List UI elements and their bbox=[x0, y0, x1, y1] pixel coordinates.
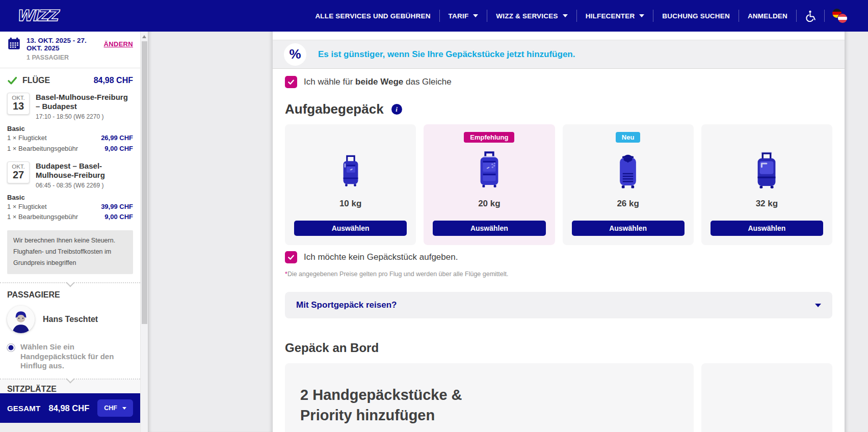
wizz-logo-icon: WIZZ bbox=[15, 5, 62, 26]
cabin-baggage-side-card bbox=[701, 363, 832, 432]
fare-row: 1 × Flugticket 26,99 CHF bbox=[7, 133, 133, 144]
nav-label: TARIF bbox=[449, 12, 469, 20]
percent-icon: % bbox=[284, 43, 306, 66]
fare-item-price: 39,99 CHF bbox=[101, 202, 133, 212]
fare-breakdown: Basic 1 × Flugticket 26,99 CHF 1 × Bearb… bbox=[0, 121, 140, 159]
scrollbar-thumb[interactable] bbox=[142, 41, 147, 324]
select-10kg-button[interactable]: Auswählen bbox=[294, 221, 407, 236]
baggage-card-10kg: 10 kg Auswählen bbox=[285, 124, 416, 245]
chevron-down-icon bbox=[122, 407, 126, 410]
svg-text:WIZZ: WIZZ bbox=[16, 7, 60, 24]
flight-time: 06:45 - 08:35 (W6 2269 ) bbox=[36, 182, 133, 189]
nav-label: WIZZ & SERVICES bbox=[496, 12, 558, 20]
wizz-logo[interactable]: WIZZ bbox=[15, 5, 62, 26]
label-text: das Gleiche bbox=[403, 77, 452, 87]
baggage-selection-main: % Es ist günstiger, wenn Sie Ihre Gepäck… bbox=[273, 32, 845, 432]
chevron-down-icon bbox=[473, 14, 478, 17]
sidebar-bottom-gap bbox=[0, 423, 140, 432]
flights-section-title: FLÜGE bbox=[22, 76, 50, 85]
info-icon[interactable]: i bbox=[391, 104, 402, 115]
handbaggage-hint-text: Wählen Sie ein Handgepäckstück für den H… bbox=[20, 342, 133, 371]
same-for-both-checkbox-row[interactable]: Ich wähle für beide Wege das Gleiche bbox=[285, 76, 832, 88]
nav-alle-services[interactable]: ALLE SERVICES UND GEBÜHREN bbox=[306, 12, 439, 20]
section-divider bbox=[0, 282, 140, 283]
suitcase-32kg-icon bbox=[752, 145, 781, 192]
currency-code: CHF bbox=[104, 404, 117, 412]
flights-total-price: 84,98 CHF bbox=[94, 76, 133, 85]
language-selector[interactable] bbox=[825, 9, 855, 23]
top-navbar: WIZZ ALLE SERVICES UND GEBÜHREN TARIF WI… bbox=[0, 0, 868, 32]
nav-label: ANMELDEN bbox=[748, 12, 787, 20]
label-text-bold: beide Wege bbox=[355, 77, 403, 87]
flight-route: Budapest – Basel-Mulhouse-Freiburg bbox=[36, 161, 133, 180]
radio-selected-icon[interactable] bbox=[7, 344, 15, 352]
flight-route: Basel-Mulhouse-Freiburg – Budapest bbox=[36, 93, 133, 111]
fare-item-label: 1 × Flugticket bbox=[7, 133, 47, 144]
baggage-card-32kg: 32 kg Auswählen bbox=[701, 124, 832, 245]
accessibility-button[interactable] bbox=[797, 10, 824, 22]
flight-time: 17:10 - 18:50 (W6 2270 ) bbox=[36, 113, 133, 120]
nav-anmelden[interactable]: ANMELDEN bbox=[739, 12, 796, 20]
nav-wizz-services[interactable]: WIZZ & SERVICES bbox=[487, 12, 576, 20]
date-day: 27 bbox=[8, 170, 29, 180]
scroll-up-arrow-icon[interactable] bbox=[142, 35, 146, 38]
right-gutter bbox=[845, 32, 868, 432]
currency-selector[interactable]: CHF bbox=[97, 399, 133, 417]
fare-item-label: 1 × Bearbeitungsgebühr bbox=[7, 212, 78, 223]
fare-breakdown: Basic 1 × Flugticket 39,99 CHF 1 × Bearb… bbox=[0, 190, 140, 228]
select-20kg-button[interactable]: Auswählen bbox=[433, 221, 545, 236]
fare-item-price: 9,00 CHF bbox=[104, 212, 133, 223]
date-box: OKT. 13 bbox=[7, 93, 30, 115]
passenger-row: Hans Teschtet bbox=[0, 304, 140, 337]
new-badge: Neu bbox=[616, 132, 641, 143]
chevron-down-icon bbox=[639, 14, 644, 17]
fare-row: 1 × Bearbeitungsgebühr 9,00 CHF bbox=[7, 144, 133, 154]
select-26kg-button[interactable]: Auswählen bbox=[572, 221, 685, 236]
sidebar-content: 13. OKT. 2025 - 27. OKT. 2025 1 PASSAGIE… bbox=[0, 32, 140, 393]
fare-bundle-name: Basic bbox=[7, 194, 133, 201]
baggage-card-26kg: Neu bbox=[563, 124, 694, 245]
page-title: Aufgabegepäck bbox=[285, 101, 384, 117]
checkbox-checked-icon[interactable] bbox=[285, 251, 297, 263]
baggage-cards: 10 kg Auswählen Empfehlung bbox=[285, 124, 832, 245]
select-32kg-button[interactable]: Auswählen bbox=[711, 221, 823, 236]
fare-item-price: 9,00 CHF bbox=[104, 144, 133, 154]
footnote-text: Die angegebenen Preise gelten pro Flug u… bbox=[287, 271, 509, 278]
passenger-count: 1 PASSAGIER bbox=[27, 54, 98, 61]
total-bar: GESAMT 84,98 CHF CHF bbox=[0, 393, 140, 423]
promo-banner: % Es ist günstiger, wenn Sie Ihre Gepäck… bbox=[273, 40, 845, 69]
total-amount: 84,98 CHF bbox=[49, 403, 90, 413]
checkbox-checked-icon[interactable] bbox=[285, 76, 297, 88]
flight-leg-outbound: OKT. 13 Basel-Mulhouse-Freiburg – Budape… bbox=[0, 90, 140, 121]
sports-baggage-accordion[interactable]: Mit Sportgepäck reisen? bbox=[285, 292, 832, 318]
duffel-26kg-icon bbox=[614, 145, 642, 192]
fare-bundle-name: Basic bbox=[7, 125, 133, 132]
cabin-baggage-card: 2 Handgepäckstücke & Priority hinzufügen bbox=[285, 363, 694, 432]
nav-tarif[interactable]: TARIF bbox=[440, 12, 487, 20]
chevron-down-icon bbox=[815, 304, 821, 307]
left-gutter bbox=[148, 32, 273, 432]
no-baggage-checkbox-row[interactable]: Ich möchte kein Gepäckstück aufgeben. bbox=[285, 251, 832, 263]
date-day: 13 bbox=[8, 101, 29, 112]
calendar-icon bbox=[7, 37, 21, 50]
checkbox-label: Ich möchte kein Gepäckstück aufgeben. bbox=[304, 252, 458, 262]
date-box: OKT. 27 bbox=[7, 161, 30, 183]
price-footnote: *Die angegebenen Preise gelten pro Flug … bbox=[285, 271, 832, 278]
promo-text: Es ist günstiger, wenn Sie Ihre Gepäckst… bbox=[318, 49, 575, 60]
tax-note: Wir berechnen Ihnen keine Steuern. Flugh… bbox=[7, 230, 133, 274]
checkbox-label: Ich wähle für beide Wege das Gleiche bbox=[304, 77, 452, 87]
fare-item-label: 1 × Bearbeitungsgebühr bbox=[7, 144, 78, 154]
handbaggage-hint-row: Wählen Sie ein Handgepäckstück für den H… bbox=[0, 337, 140, 379]
nav-hilfecenter[interactable]: HILFECENTER bbox=[577, 12, 653, 20]
fare-row: 1 × Flugticket 39,99 CHF bbox=[7, 202, 133, 212]
cabin-baggage-cards: 2 Handgepäckstücke & Priority hinzufügen bbox=[285, 363, 832, 432]
checked-baggage-title-row: Aufgabegepäck i bbox=[285, 101, 832, 117]
nav-label: BUCHUNG SUCHEN bbox=[662, 12, 730, 20]
nav-buchung-suchen[interactable]: BUCHUNG SUCHEN bbox=[653, 12, 739, 20]
section-divider bbox=[0, 379, 140, 380]
sidebar-scrollbar[interactable] bbox=[140, 32, 148, 432]
flights-header: FLÜGE 84,98 CHF bbox=[0, 68, 140, 90]
main-navigation: ALLE SERVICES UND GEBÜHREN TARIF WIZZ & … bbox=[306, 9, 855, 23]
change-link[interactable]: ÄNDERN bbox=[104, 40, 133, 48]
baggage-weight: 10 kg bbox=[339, 199, 361, 209]
